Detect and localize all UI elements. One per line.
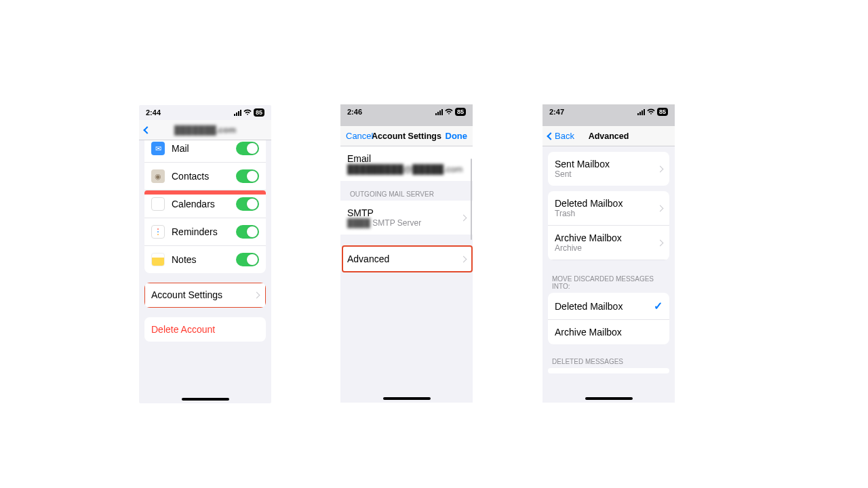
signal-icon	[637, 109, 645, 115]
wifi-icon	[647, 108, 655, 115]
email-label: Email	[347, 153, 462, 164]
row-partial[interactable]	[548, 368, 669, 373]
advanced-button[interactable]: Advanced	[340, 247, 473, 271]
screenshot-advanced: 2:47 85 Back Advanced Sent Mailbox Sent …	[542, 104, 675, 403]
toggle-notes[interactable]	[236, 253, 259, 266]
row-label: Advanced	[347, 253, 461, 264]
notes-icon	[151, 253, 165, 266]
row-contacts: ◉ Contacts	[144, 163, 266, 190]
option-deleted-mailbox[interactable]: Deleted Mailbox ✓	[548, 293, 669, 320]
row-smtp[interactable]: SMTP ████ ████ SMTP ServerSMTP Server	[340, 201, 473, 235]
row-label: Delete Account	[151, 324, 259, 335]
chevron-left-icon	[547, 132, 554, 140]
toggle-calendars[interactable]	[236, 197, 259, 211]
signal-icon	[435, 109, 443, 115]
row-label: Reminders	[172, 226, 236, 237]
row-calendars: Calendars	[144, 190, 266, 218]
archive-value: Archive	[555, 243, 658, 253]
status-time: 2:44	[146, 108, 161, 117]
chevron-right-icon	[460, 256, 467, 262]
row-label: Notes	[172, 254, 236, 265]
chevron-right-icon	[657, 205, 664, 211]
account-settings-button[interactable]: Account Settings	[144, 283, 266, 308]
contacts-icon: ◉	[151, 169, 165, 183]
nav-title: ███████.com	[139, 125, 271, 135]
chevron-right-icon	[460, 214, 467, 221]
screenshot-account-settings: 2:46 85 Cancel Account Settings Done Ema…	[340, 104, 473, 403]
chevron-right-icon	[657, 239, 664, 246]
row-sent-mailbox[interactable]: Sent Mailbox Sent	[548, 152, 669, 186]
row-email[interactable]: Email █████████@█████.com	[340, 146, 473, 181]
status-bar: 2:46 85	[340, 104, 473, 119]
home-indicator	[585, 397, 633, 400]
row-mail: ✉ Mail	[144, 140, 266, 163]
section-deleted-messages: DELETED MESSAGES	[542, 344, 675, 368]
section-outgoing: OUTGOING MAIL SERVER	[340, 181, 473, 201]
row-label: Contacts	[172, 171, 236, 182]
status-time: 2:46	[347, 108, 362, 116]
delete-account-button[interactable]: Delete Account	[144, 317, 266, 342]
row-label: Account Settings	[151, 289, 254, 300]
cancel-button[interactable]: Cancel	[346, 131, 373, 141]
wifi-icon	[445, 108, 453, 115]
battery-icon: 85	[657, 108, 668, 116]
home-indicator	[182, 398, 229, 401]
toggle-mail[interactable]	[236, 142, 259, 155]
back-button[interactable]: Back	[548, 131, 574, 141]
toggle-reminders[interactable]	[236, 225, 259, 239]
status-bar: 2:44 85	[139, 105, 271, 120]
row-notes: Notes	[144, 246, 266, 273]
reminders-icon	[151, 225, 165, 239]
home-indicator	[383, 397, 431, 400]
done-button[interactable]: Done	[446, 131, 468, 141]
section-move: MOVE DISCARDED MESSAGES INTO:	[542, 260, 675, 293]
row-deleted-mailbox[interactable]: Deleted Mailbox Trash	[548, 191, 669, 226]
status-right: 85	[234, 108, 264, 117]
chevron-left-icon	[143, 126, 151, 134]
row-label: Calendars	[172, 199, 236, 209]
screenshot-account: 2:44 85 ███████.com ✉ Mail ◉ Contacts Ca…	[139, 105, 271, 403]
smtp-value: ████ ████ SMTP ServerSMTP Server	[347, 218, 461, 228]
check-icon: ✓	[654, 300, 663, 312]
email-value: █████████@█████.com	[347, 164, 462, 174]
back-button[interactable]	[144, 127, 150, 133]
nav-bar: ███████.com	[139, 120, 271, 140]
chevron-right-icon	[254, 291, 260, 298]
row-reminders: Reminders	[144, 218, 266, 246]
mail-icon: ✉	[151, 142, 165, 155]
row-label: Deleted Mailbox	[555, 301, 654, 312]
deleted-value: Trash	[555, 209, 658, 218]
calendar-icon	[151, 197, 165, 211]
status-bar: 2:47 85	[542, 104, 675, 119]
chevron-right-icon	[657, 165, 664, 172]
sent-value: Sent	[555, 169, 658, 179]
row-label: Archive Mailbox	[555, 327, 663, 338]
status-right: 85	[435, 108, 466, 116]
sent-label: Sent Mailbox	[555, 159, 658, 169]
signal-icon	[234, 110, 241, 116]
nav-bar: Cancel Account Settings Done	[340, 126, 473, 146]
row-label: Mail	[172, 143, 236, 154]
deleted-label: Deleted Mailbox	[555, 198, 658, 209]
wifi-icon	[243, 109, 252, 116]
status-right: 85	[637, 108, 668, 116]
battery-icon: 85	[455, 108, 466, 116]
nav-bar: Back Advanced	[542, 126, 675, 146]
toggle-contacts[interactable]	[236, 169, 259, 183]
scroll-indicator[interactable]	[471, 159, 472, 240]
smtp-label: SMTP	[347, 207, 461, 218]
battery-icon: 85	[254, 108, 264, 117]
archive-label: Archive Mailbox	[555, 232, 658, 243]
option-archive-mailbox[interactable]: Archive Mailbox	[548, 320, 669, 344]
status-time: 2:47	[549, 108, 564, 116]
row-archive-mailbox[interactable]: Archive Mailbox Archive	[548, 226, 669, 260]
